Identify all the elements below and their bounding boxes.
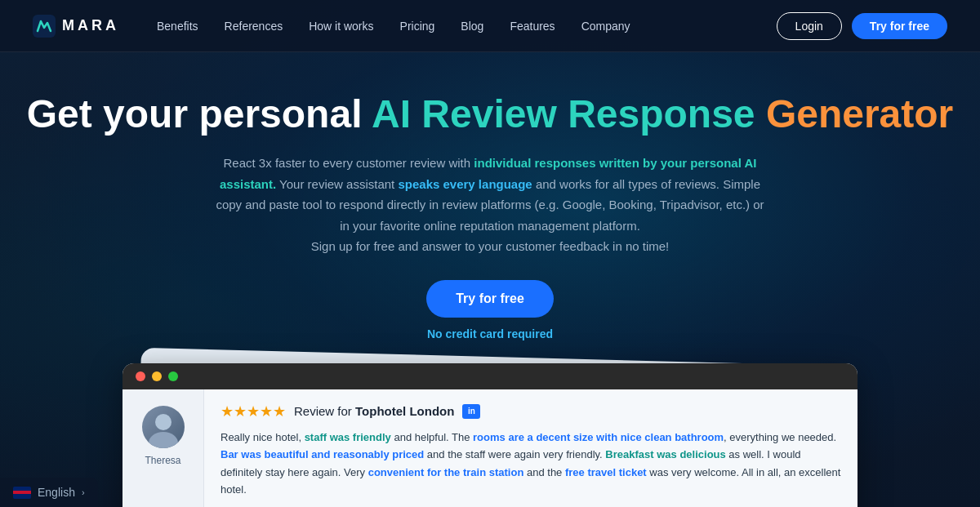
- review-t4: and the staff were again very friendly.: [424, 448, 605, 460]
- svg-point-2: [149, 432, 178, 448]
- chevron-right-icon: ›: [82, 487, 85, 497]
- hero-title-generator: Generator: [766, 92, 953, 136]
- card-body: Theresa ★★★★★ Review for Tophotel London…: [122, 389, 858, 507]
- nav-pricing[interactable]: Pricing: [389, 15, 447, 38]
- titlebar-dot-yellow: [152, 371, 162, 381]
- subtitle-pre1: React 3x faster to every customer review…: [224, 156, 474, 170]
- card-content: ★★★★★ Review for Tophotel London in Real…: [204, 389, 858, 507]
- review-t6: and the: [523, 466, 565, 478]
- review-title: Review for Tophotel London: [294, 404, 454, 418]
- review-hl5: convenient for the train station: [368, 466, 524, 478]
- subtitle-mid: Your review assistant: [276, 177, 398, 191]
- try-for-free-nav-button[interactable]: Try for free: [852, 13, 947, 39]
- nav-features[interactable]: Features: [498, 15, 566, 38]
- card-titlebar: [122, 363, 858, 389]
- hotel-icon: in: [462, 404, 480, 419]
- review-hl4: Breakfast was delicious: [605, 448, 725, 460]
- avatar: [142, 406, 185, 448]
- nav-benefits[interactable]: Benefits: [145, 15, 210, 38]
- review-stars: ★★★★★: [220, 402, 286, 420]
- review-hl2: rooms are a decent size with nice clean …: [473, 431, 724, 443]
- logo-icon: [33, 15, 56, 38]
- review-t2: and helpful. The: [391, 431, 473, 443]
- hero-cta-button[interactable]: Try for free: [426, 280, 554, 318]
- logo[interactable]: MARA: [33, 15, 119, 38]
- review-t1: Really nice hotel,: [220, 431, 305, 443]
- login-button[interactable]: Login: [777, 12, 842, 40]
- demo-area: Theresa ★★★★★ Review for Tophotel London…: [122, 363, 858, 507]
- review-hl3: Bar was beautiful and reasonably priced: [220, 448, 424, 460]
- subtitle-hl2: speaks every language: [398, 177, 532, 191]
- flag-icon: [13, 487, 31, 499]
- titlebar-dot-green: [168, 371, 178, 381]
- main-content: Get your personal AI Review Response Gen…: [0, 52, 980, 507]
- card-sidebar: Theresa: [122, 389, 204, 507]
- svg-point-1: [155, 414, 172, 430]
- language-label: English: [38, 486, 75, 499]
- avatar-image: [142, 406, 185, 448]
- navbar: MARA Benefits References How it works Pr…: [0, 0, 980, 52]
- review-title-pre: Review for: [294, 404, 355, 418]
- nav-references[interactable]: References: [213, 15, 295, 38]
- hero-title: Get your personal AI Review Response Gen…: [27, 91, 954, 136]
- nav-company[interactable]: Company: [570, 15, 642, 38]
- nav-actions: Login Try for free: [777, 12, 947, 40]
- hero-title-ai: AI Review Response: [372, 92, 755, 136]
- titlebar-dot-red: [136, 371, 145, 381]
- review-t3: , everything we needed.: [724, 431, 836, 443]
- review-text: Really nice hotel, staff was friendly an…: [220, 429, 841, 499]
- review-hl6: free travel ticket: [565, 466, 647, 478]
- hero-subtitle: React 3x faster to every customer review…: [212, 153, 768, 257]
- hero-title-pre: Get your personal: [27, 92, 372, 136]
- language-selector[interactable]: English ›: [0, 478, 98, 507]
- brand-name: MARA: [62, 17, 119, 34]
- subtitle-cta-text: Sign up for free and answer to your cust…: [311, 239, 670, 253]
- review-header: ★★★★★ Review for Tophotel London in: [220, 402, 841, 420]
- nav-how-it-works[interactable]: How it works: [297, 15, 385, 38]
- reviewer-name: Theresa: [145, 455, 180, 466]
- nav-links: Benefits References How it works Pricing…: [145, 15, 777, 38]
- nav-blog[interactable]: Blog: [449, 15, 495, 38]
- review-hotel-name: Tophotel London: [355, 404, 454, 418]
- no-credit-label: No credit card required: [427, 327, 553, 340]
- review-hl1: staff was friendly: [305, 431, 391, 443]
- main-card: Theresa ★★★★★ Review for Tophotel London…: [122, 363, 858, 507]
